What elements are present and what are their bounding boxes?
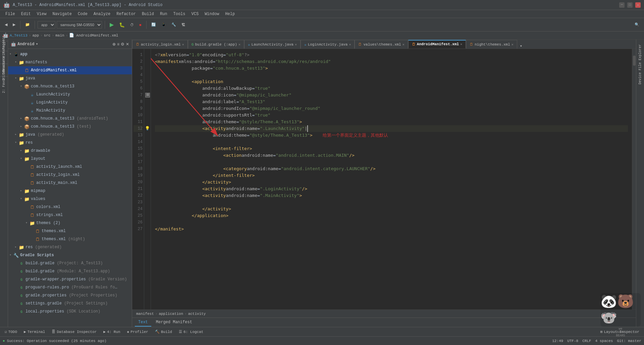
sync-button[interactable]: 🔄 [149,21,158,28]
tree-item-gradle-wrapper[interactable]: G gradle-wrapper.properties (Gradle Vers… [8,275,132,283]
tree-item-launch-activity[interactable]: ☕ LaunchActivity [8,90,132,98]
toolbar-forward-button[interactable]: ▶ [11,21,17,28]
tree-item-themes-night[interactable]: 🗒 themes.xml (night) [8,235,132,243]
close-button[interactable]: ✕ [635,2,641,8]
menu-run[interactable]: Run [157,11,170,17]
breadcrumb-item-project[interactable]: A_Test13 [10,33,28,38]
profile-button[interactable]: ⏱ [128,22,136,28]
device-dropdown[interactable]: samsung SM-G9550 [57,21,102,28]
tree-item-settings-gradle[interactable]: G settings.gradle (Project Settings) [8,299,132,307]
collapse-all-button[interactable]: ≡ [117,42,119,47]
menu-vcs[interactable]: VCS [189,11,202,17]
todo-tab[interactable]: ☑ TODO [1,328,20,336]
bulb-icon[interactable]: 💡 [145,125,150,132]
menu-help[interactable]: Help [222,11,237,17]
tree-item-gradle-scripts[interactable]: ▾ 🔧 Gradle Scripts [8,251,132,259]
tree-item-gradle-props[interactable]: G gradle.properties (Project Properties) [8,291,132,299]
run-button[interactable]: ▶ [108,20,116,29]
tab-night-themes[interactable]: 🗒 night\themes.xml ✕ [466,40,517,49]
menu-refactor[interactable]: Refactor [114,11,139,17]
tree-item-app[interactable]: ▾ 📱 app [8,50,132,58]
layout-inspector-tab[interactable]: ⊞ Layout Inspector [597,328,643,336]
menu-code[interactable]: Code [75,11,90,17]
configuration-dropdown[interactable]: app [38,21,55,28]
toolbar-recent-files[interactable]: 📁 [23,21,32,28]
tree-item-res[interactable]: ▾ 📁 res [8,139,132,147]
android-view-dropdown[interactable]: ▾ [36,42,38,47]
debug-button[interactable]: 🐛 [117,21,127,28]
breadcrumb-activity[interactable]: activity [188,312,206,316]
close-panel-button[interactable]: ✕ [126,42,129,47]
tree-item-layout[interactable]: ▾ 📁 layout [8,155,132,163]
run-tab[interactable]: ▶ 4: Run [100,328,123,336]
logcat-tab[interactable]: ☰ 6: Logcat [175,328,207,336]
menu-view[interactable]: View [34,11,49,17]
terminal-tab[interactable]: ▶ Terminal [20,328,48,336]
tab-close-4[interactable]: ✕ [349,43,351,47]
menu-window[interactable]: Window [202,11,222,17]
menu-file[interactable]: File [3,11,18,17]
tree-item-res-gen[interactable]: ▸ 📁 res (generated) [8,243,132,251]
toolbar-back-button[interactable]: ◀ [3,21,9,28]
tree-item-build-gradle-proj[interactable]: G build.gradle (Project: A_Test13) [8,259,132,267]
tab-android-manifest[interactable]: 🗒 AndroidManifest.xml ✕ [408,40,466,49]
breadcrumb-item-app[interactable]: app [32,33,39,38]
search-everywhere[interactable]: 🔍 [633,21,641,28]
menu-navigate[interactable]: Navigate [50,11,74,17]
image-gutter-icon[interactable]: 🖼 [145,93,150,97]
tab-values-themes[interactable]: 🗒 values\themes.xml ✕ [355,40,408,49]
tree-item-manifests[interactable]: ▾ 📁 manifests [8,58,132,66]
code-editor[interactable]: <?xml version="1.0" encoding="utf-8"?> <… [151,49,632,309]
profiler-tab[interactable]: ◈ Profiler [124,328,152,336]
tab-close-3[interactable]: ✕ [295,43,297,47]
stop-button[interactable]: ■ [137,22,144,28]
sdk-button[interactable]: 🔧 [169,21,178,28]
favorites-tab[interactable]: 2: Favorites [0,76,8,86]
tree-item-mipmap[interactable]: ▸ 📁 mipmap [8,187,132,195]
status-line-endings[interactable]: CRLF [582,339,591,343]
breadcrumb-application[interactable]: application [159,312,183,316]
menu-build[interactable]: Build [139,11,157,17]
status-indent[interactable]: 4 spaces [595,339,613,343]
tab-close-7[interactable]: ✕ [512,43,514,47]
tree-item-local-props[interactable]: G local.properties (SDK Location) [8,307,132,316]
tree-item-androidmanifest[interactable]: 🗒 AndroidManifest.xml [8,66,132,74]
settings-button[interactable]: ⚙ [121,42,124,47]
tab-text[interactable]: Text [135,319,151,327]
tree-item-strings[interactable]: 🗒 strings.xml [8,211,132,219]
tree-item-build-gradle-mod[interactable]: G build.gradle (Module: A_Test13.app) [8,267,132,275]
tree-item-pkg3[interactable]: ▸ 📦 com.hnucm.a_test13 (test) [8,123,132,131]
menu-edit[interactable]: Edit [18,11,34,17]
tree-item-colors[interactable]: 🗒 colors.xml [8,203,132,211]
tree-item-java-gen[interactable]: ▸ 📁 java (generated) [8,131,132,139]
tree-item-pkg1[interactable]: ▾ 📦 com.hnucm.a_test13 [8,82,132,90]
more-tabs-button[interactable]: ▾ [517,44,525,49]
tree-item-main-activity[interactable]: ☕ MainActivity [8,107,132,115]
tab-launch-activity[interactable]: ☕ LaunchActivity.java ✕ [244,40,301,49]
breadcrumb-manifest[interactable]: manifest [136,312,154,316]
tree-item-themes-folder[interactable]: ▾ 📁 themes (2) [8,219,132,227]
tree-item-themes-xml[interactable]: 🗒 themes.xml [8,227,132,235]
tree-item-pkg2[interactable]: ▸ 📦 com.hnucm.a_test13 (androidTest) [8,115,132,123]
sync-project-button[interactable]: ⊕ [112,42,116,47]
menu-tools[interactable]: Tools [171,11,188,17]
tree-item-login-activity[interactable]: ☕ LoginActivity [8,98,132,107]
tab-close-1[interactable]: ✕ [182,43,184,47]
tab-close-2[interactable]: ✕ [238,43,240,47]
maximize-button[interactable]: □ [627,2,633,8]
breadcrumb-item-src[interactable]: src [44,33,51,38]
tab-activity-login-xml[interactable]: 🗒 activity_login.xml ✕ [132,40,188,49]
database-inspector-tab[interactable]: 🗄 Database Inspector [48,328,100,336]
tree-item-values[interactable]: ▾ 📁 values [8,195,132,203]
tree-item-proguard[interactable]: G proguard-rules.pro (ProGuard Rules for… [8,283,132,291]
tab-merged-manifest[interactable]: Merged Manifest [153,319,196,327]
breadcrumb-item-file[interactable]: AndroidManifest.xml [76,33,118,38]
tree-item-activity-main[interactable]: 🗒 activity_main.xml [8,179,132,187]
tab-close-6[interactable]: ✕ [460,42,462,46]
tree-item-java[interactable]: ▾ 📁 java [8,74,132,82]
structure-button[interactable]: 🏗 [179,22,187,28]
tab-build-gradle-app[interactable]: G build.gradle (:app) ✕ [188,40,244,49]
tree-item-activity-login[interactable]: 🗒 activity_login.xml [8,171,132,179]
minimize-button[interactable]: ─ [619,2,625,8]
menu-analyze[interactable]: Analyze [91,11,113,17]
